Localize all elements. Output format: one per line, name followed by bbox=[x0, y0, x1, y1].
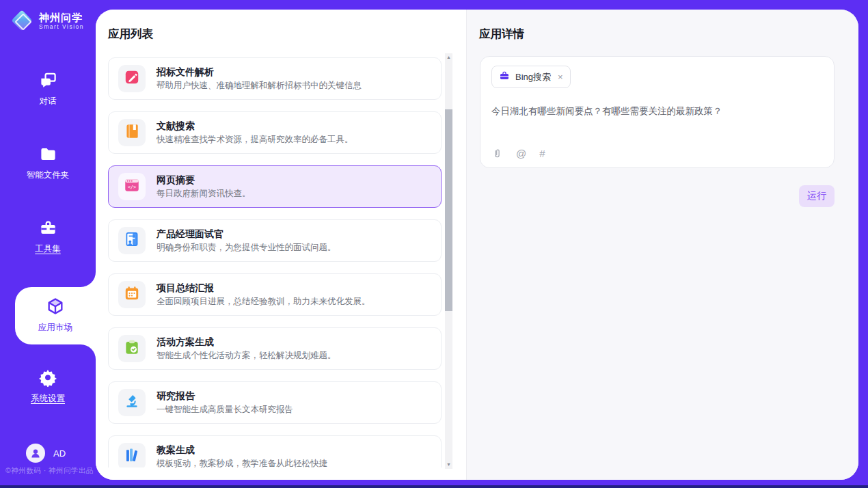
svg-text:</>: </> bbox=[128, 184, 137, 190]
app-list-title: 应用列表 bbox=[108, 27, 153, 42]
sidebar-item-工具集[interactable]: 工具集 bbox=[0, 219, 96, 255]
app-card-教案生成[interactable]: 教案生成 模板驱动，教案秒成，教学准备从此轻松快捷 bbox=[108, 435, 442, 467]
app-detail-title: 应用详情 bbox=[479, 27, 524, 42]
app-card-description: 明确身份和职责，为您提供专业性的面试问题。 bbox=[157, 242, 336, 254]
sidebar-item-label: 系统设置 bbox=[0, 393, 96, 405]
app-card-活动方案生成[interactable]: 活动方案生成 智能生成个性化活动方案，轻松解决规划难题。 bbox=[108, 327, 442, 370]
app-icon-tile bbox=[118, 281, 146, 308]
app-card-项目总结汇报[interactable]: 项目总结汇报 全面回顾项目进展，总结经验教训，助力未来优化发展。 bbox=[108, 273, 442, 316]
plugin-chip-label: Bing搜索 bbox=[515, 71, 551, 83]
app-card-title: 招标文件解析 bbox=[157, 66, 362, 78]
briefcase-icon bbox=[499, 70, 510, 83]
sidebar-item-对话[interactable]: 对话 bbox=[0, 71, 96, 107]
sidebar-item-label: 智能文件夹 bbox=[0, 170, 96, 181]
brand-diamond-icon bbox=[11, 10, 33, 31]
app-icon-tile bbox=[118, 389, 146, 416]
prompt-composer[interactable]: Bing搜索 × 今日湖北有哪些新闻要点？有哪些需要关注的最新政策？ @# bbox=[480, 56, 835, 168]
app-card-title: 项目总结汇报 bbox=[157, 282, 370, 294]
bubble-curve-bottom bbox=[81, 344, 96, 360]
app-card-description: 帮助用户快速、准确地理解和解析招标书中的关键信息 bbox=[157, 80, 362, 92]
sidebar-item-应用市场[interactable]: 应用市场 bbox=[15, 287, 96, 344]
app-card-description: 一键智能生成高质量长文本研究报告 bbox=[157, 404, 293, 416]
chat-icon bbox=[39, 71, 57, 90]
app-list-panel: 应用列表 招标文件解析 帮助用户快速、准确地理解和解析招标书中的关键信息 文献搜… bbox=[96, 10, 466, 480]
sidebar-item-智能文件夹[interactable]: 智能文件夹 bbox=[0, 145, 96, 181]
user-avatar-icon bbox=[26, 444, 45, 463]
copyright-footer: ©神州数码 · 神州问学出品 bbox=[5, 466, 96, 476]
app-card-description: 快速精准查找学术资源，提高研究效率的必备工具。 bbox=[157, 134, 353, 146]
sidebar-item-label: 对话 bbox=[0, 96, 96, 107]
plugin-chip-bing-search[interactable]: Bing搜索 × bbox=[491, 66, 571, 88]
hash-icon[interactable]: # bbox=[539, 148, 545, 159]
query-input[interactable]: 今日湖北有哪些新闻要点？有哪些需要关注的最新政策？ bbox=[491, 105, 823, 118]
toolbox-icon bbox=[39, 219, 57, 238]
app-icon-tile bbox=[118, 335, 146, 362]
gear-icon bbox=[38, 368, 57, 387]
sidebar-item-label: 应用市场 bbox=[15, 322, 96, 334]
app-logo: 神州问学 Smart Vision bbox=[11, 10, 84, 31]
app-card-description: 模板驱动，教案秒成，教学准备从此轻松快捷 bbox=[157, 458, 327, 467]
composer-toolbar: @# bbox=[491, 148, 545, 159]
app-card-description: 智能生成个性化活动方案，轻松解决规划难题。 bbox=[157, 350, 336, 362]
scrollbar-down-arrow[interactable]: ▼ bbox=[445, 461, 452, 469]
scrollbar-up-arrow[interactable]: ▲ bbox=[445, 53, 452, 62]
cube-icon bbox=[46, 297, 65, 316]
user-account[interactable]: AD bbox=[26, 444, 66, 463]
app-card-description: 全面回顾项目进展，总结经验教训，助力未来优化发展。 bbox=[157, 296, 370, 308]
sidebar: 神州问学 Smart Vision 对话 智能文件夹 工具集 应用市场 系统设置… bbox=[0, 0, 96, 488]
app-card-招标文件解析[interactable]: 招标文件解析 帮助用户快速、准确地理解和解析招标书中的关键信息 bbox=[108, 57, 442, 100]
app-list: 招标文件解析 帮助用户快速、准确地理解和解析招标书中的关键信息 文献搜索 快速精… bbox=[108, 57, 442, 467]
app-card-文献搜索[interactable]: 文献搜索 快速精准查找学术资源，提高研究效率的必备工具。 bbox=[108, 111, 442, 154]
app-icon-tile bbox=[118, 119, 146, 146]
sidebar-item-系统设置[interactable]: 系统设置 bbox=[0, 368, 96, 405]
app-card-网页摘要[interactable]: </> 网页摘要 每日政府新闻资讯快查。 bbox=[108, 165, 442, 208]
app-card-title: 活动方案生成 bbox=[157, 336, 336, 348]
app-card-title: 文献搜索 bbox=[157, 120, 353, 132]
folder-icon bbox=[39, 145, 57, 164]
app-card-研究报告[interactable]: 研究报告 一键智能生成高质量长文本研究报告 bbox=[108, 381, 442, 424]
app-icon-tile bbox=[118, 443, 146, 467]
chip-close-icon[interactable]: × bbox=[558, 72, 563, 82]
run-button[interactable]: 运行 bbox=[799, 185, 835, 207]
brand-subtitle: Smart Vision bbox=[39, 23, 84, 30]
app-card-title: 网页摘要 bbox=[157, 174, 251, 186]
app-card-title: 教案生成 bbox=[157, 444, 327, 456]
sidebar-item-label: 工具集 bbox=[0, 243, 96, 255]
paperclip-icon[interactable] bbox=[491, 148, 503, 159]
user-name: AD bbox=[53, 448, 66, 459]
scrollbar-track[interactable]: ▲ ▼ bbox=[445, 53, 452, 469]
app-card-title: 研究报告 bbox=[157, 390, 293, 402]
bubble-curve-top bbox=[81, 272, 96, 287]
brand-name: 神州问学 bbox=[39, 12, 84, 23]
app-icon-tile: </> bbox=[118, 173, 146, 200]
app-icon-tile bbox=[118, 65, 146, 92]
app-detail-panel: 应用详情 Bing搜索 × 今日湖北有哪些新闻要点？有哪些需要关注的最新政策？ … bbox=[466, 10, 858, 480]
app-card-产品经理面试官[interactable]: 产品经理面试官 明确身份和职责，为您提供专业性的面试问题。 bbox=[108, 219, 442, 262]
mention-icon[interactable]: @ bbox=[516, 148, 526, 159]
main-content: 应用列表 招标文件解析 帮助用户快速、准确地理解和解析招标书中的关键信息 文献搜… bbox=[96, 10, 858, 480]
window-bottom-edge bbox=[0, 485, 868, 488]
app-card-title: 产品经理面试官 bbox=[157, 228, 336, 240]
app-card-description: 每日政府新闻资讯快查。 bbox=[157, 188, 251, 200]
scrollbar-thumb[interactable] bbox=[445, 109, 452, 311]
app-icon-tile bbox=[118, 227, 146, 254]
